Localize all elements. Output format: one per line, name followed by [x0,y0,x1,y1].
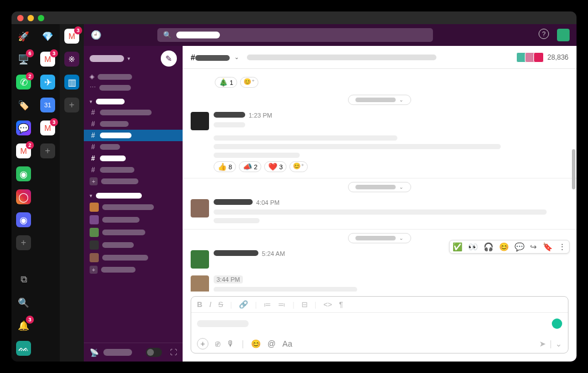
strike-button[interactable]: S [218,300,223,309]
send-options[interactable]: ⌄ [555,339,562,348]
add-reaction[interactable]: 😊⁺ [240,77,258,88]
link-button[interactable]: 🔗 [239,300,248,309]
author-name[interactable] [214,250,258,256]
channels-header[interactable]: ▾ [84,96,183,107]
channel-item[interactable]: # [84,141,183,153]
user-avatar[interactable] [557,29,570,41]
grammarly-icon[interactable] [552,318,562,329]
italic-button[interactable]: I [209,300,211,309]
workspace-switcher[interactable]: ▾ ✎ [84,46,183,71]
rail-gmail-icon[interactable]: M3 [40,121,55,135]
share-icon[interactable]: ↪ [530,242,537,251]
franz-icon[interactable]: ᨐ [16,341,31,356]
author-name[interactable] [214,199,253,205]
channel-item[interactable]: # [84,118,183,130]
ol-button[interactable]: ≔ [264,300,271,309]
video-button[interactable]: ⎚ [215,339,220,348]
rail-gem-icon[interactable]: 💎 [40,29,55,44]
message[interactable]: 1:23 PM 👍8 📣2 ❤️3 😊⁺ [183,108,577,176]
rail-telegram-icon[interactable]: ✈ [40,75,55,90]
dm-item[interactable] [84,251,183,264]
reaction[interactable]: 📣2 [239,161,261,172]
channel-item[interactable]: # [84,164,183,176]
react-headphones-icon[interactable]: 🎧 [483,242,493,251]
rail-desktop-icon[interactable]: 🖥️6 [16,52,31,67]
rail-add-button[interactable]: + [64,98,79,112]
message[interactable]: 5:24 AM ✅ 👀 🎧 😊 💬 ↪ 🔖 ⋮ [183,247,577,272]
date-divider[interactable]: ⌄ [183,182,577,192]
member-avatars[interactable] [518,52,544,63]
mention-button[interactable]: @ [268,339,276,348]
composer-input[interactable] [191,313,568,335]
message[interactable]: 3:44 PM [183,272,577,292]
close-window-button[interactable] [17,15,24,21]
rail-gmail-icon[interactable]: M3 [40,52,55,67]
search-input[interactable]: 🔍 [157,28,433,42]
huddle-icon[interactable]: 📡 [90,348,99,357]
emoji-icon[interactable]: 😊 [499,242,509,251]
add-reaction[interactable]: 😊⁺ [289,161,308,172]
bookmark-icon[interactable]: 🔖 [543,242,552,251]
quote-button[interactable]: ⊟ [301,300,308,309]
reaction[interactable]: 🎄1 [215,77,237,88]
add-dm[interactable]: + [84,264,183,275]
avatar[interactable] [191,275,209,292]
extensions-icon[interactable]: ⧉ [16,272,31,287]
rail-evernote-icon[interactable]: ◉ [16,166,31,181]
dm-item[interactable] [84,201,183,213]
channel-item-active[interactable]: # [84,130,183,141]
rail-slack-icon[interactable]: ※ [64,52,79,67]
rail-gmail-icon[interactable]: M3 [64,29,79,44]
dm-item[interactable] [84,239,183,251]
rail-calendar-icon[interactable]: 31 [40,98,55,112]
ul-button[interactable]: ≕ [278,300,285,309]
message[interactable]: 4:04 PM [183,196,577,227]
bold-button[interactable]: B [197,300,202,309]
dms-header[interactable]: ▾ [84,191,183,201]
rail-add-button[interactable]: + [40,143,55,158]
search-icon[interactable]: 🔍 [16,295,31,310]
list-icon[interactable]: ⛶ [170,348,177,356]
emoji-button[interactable]: 😊 [251,339,261,348]
channel-item[interactable]: # [84,107,183,118]
send-button[interactable]: ➤ [539,339,546,348]
rail-trello-icon[interactable]: ▥ [64,75,79,90]
format-button[interactable]: Aa [283,339,292,348]
scrollbar[interactable] [572,149,575,189]
attach-button[interactable]: + [197,338,208,349]
maximize-window-button[interactable] [38,15,44,21]
channel-topic[interactable] [247,55,436,60]
messages-list[interactable]: 🎄1 😊⁺ ⌄ 1:23 PM [183,69,577,292]
reaction[interactable]: 👍8 [214,161,236,172]
notifications-icon[interactable]: 🔔3 [16,318,31,333]
author-name[interactable] [214,112,245,118]
rail-tag-icon[interactable]: 🏷️ [16,98,31,112]
add-channel[interactable]: + [84,176,183,187]
sidebar-more[interactable]: ⋯ [84,82,183,93]
thread-icon[interactable]: 💬 [514,242,524,251]
rail-add-button[interactable]: + [16,235,31,250]
dm-item[interactable] [84,226,183,239]
huddle-toggle[interactable] [146,348,162,357]
react-check-icon[interactable]: ✅ [452,242,462,251]
audio-button[interactable]: 🎙 [227,339,235,348]
channel-name[interactable]: # [191,53,230,62]
channel-item[interactable]: # [84,153,183,164]
codeblock-button[interactable]: ¶ [339,300,343,309]
compose-button[interactable]: ✎ [161,50,177,67]
rail-gmail-icon[interactable]: M2 [16,143,31,158]
avatar[interactable] [191,250,209,269]
rail-discord-icon[interactable]: ◉ [16,212,31,227]
rail-whatsapp-icon[interactable]: ✆2 [16,75,31,90]
reaction[interactable]: ❤️3 [264,161,287,172]
date-divider[interactable]: ⌄ [183,95,577,105]
rail-instagram-icon[interactable]: ◯ [16,189,31,204]
rail-rocket-icon[interactable]: 🚀 [16,29,31,44]
sidebar-threads[interactable]: ◈ [84,71,183,82]
rail-messenger-icon[interactable]: 💬 [16,121,31,135]
more-icon[interactable]: ⋮ [558,242,566,251]
dm-item[interactable] [84,213,183,226]
react-eyes-icon[interactable]: 👀 [468,242,478,251]
avatar[interactable] [191,112,209,130]
history-icon[interactable]: 🕘 [91,30,102,40]
